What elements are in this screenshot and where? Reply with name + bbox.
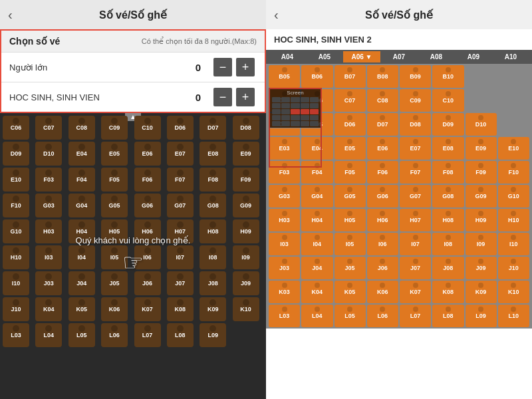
rseat-J04[interactable]: J04 (301, 257, 332, 279)
seat-F03[interactable]: F03 (35, 168, 62, 192)
adult-decrease-button[interactable]: − (213, 58, 232, 76)
student-increase-button[interactable]: + (236, 88, 255, 106)
rseat-D09[interactable]: D09 (432, 113, 464, 136)
rseat-G10[interactable]: G10 (498, 185, 529, 207)
rseat-G08[interactable]: G08 (432, 185, 464, 207)
rseat-K03[interactable]: K03 (269, 281, 300, 303)
seat-K09[interactable]: K09 (200, 297, 226, 321)
rseat-L08[interactable]: L08 (432, 305, 464, 327)
rseat-I06[interactable]: I06 (367, 233, 398, 255)
seat-K05[interactable]: K05 (68, 297, 95, 321)
rseat-H08[interactable]: H08 (432, 209, 464, 231)
rseat-I10[interactable]: I10 (498, 233, 529, 255)
seat-H09[interactable]: H09 (233, 219, 259, 243)
rseat-G03[interactable]: G03 (269, 185, 300, 207)
seat-H08[interactable]: H08 (200, 219, 226, 243)
rseat-J09[interactable]: J09 (466, 257, 497, 279)
rseat-I05[interactable]: I05 (334, 233, 366, 255)
seat-J07[interactable]: J07 (167, 271, 194, 295)
rseat-C10[interactable]: C10 (432, 89, 464, 112)
rseat-E03[interactable]: E03 (269, 137, 300, 160)
rseat-F03[interactable]: F03 (269, 161, 300, 184)
seat-G05[interactable]: G05 (101, 194, 128, 217)
seat-E07[interactable]: E07 (167, 142, 194, 166)
rseat-E06[interactable]: E06 (367, 137, 398, 160)
seat-G08[interactable]: G08 (200, 194, 226, 217)
seat-F06[interactable]: F06 (134, 168, 161, 192)
right-back-button[interactable]: ‹ (274, 7, 279, 23)
left-back-button[interactable]: ‹ (8, 7, 13, 23)
seat-K04[interactable]: K04 (35, 297, 62, 321)
seat-I09[interactable]: I09 (233, 245, 259, 269)
seat-L07[interactable]: L07 (134, 323, 161, 347)
rseat-L06[interactable]: L06 (367, 305, 398, 327)
rseat-E04[interactable]: E04 (301, 137, 332, 160)
seat-G04[interactable]: G04 (68, 194, 95, 217)
rseat-D10[interactable]: D10 (466, 113, 497, 136)
rseat-F04[interactable]: F04 (301, 161, 332, 184)
rseat-J08[interactable]: J08 (432, 257, 464, 279)
seat-F04[interactable]: F04 (68, 168, 95, 192)
seat-K10[interactable]: K10 (233, 297, 259, 321)
seat-J04[interactable]: J04 (68, 271, 95, 295)
rseat-J03[interactable]: J03 (269, 257, 300, 279)
rseat-D07[interactable]: D07 (367, 113, 398, 136)
seat-H03[interactable]: H03 (35, 219, 62, 243)
rseat-D06[interactable]: D06 (334, 113, 366, 136)
seat-K06[interactable]: K06 (101, 297, 128, 321)
rseat-H03[interactable]: H03 (269, 209, 300, 231)
rseat-D08[interactable]: D08 (400, 113, 431, 136)
seat-K08[interactable]: K08 (167, 297, 194, 321)
rseat-L03[interactable]: L03 (269, 305, 300, 327)
rseat-E10[interactable]: E10 (498, 137, 529, 160)
seat-C10[interactable]: C10 (134, 116, 161, 140)
seat-C08[interactable]: C08 (68, 116, 95, 140)
rseat-B06[interactable]: B06 (301, 65, 332, 88)
rseat-F05[interactable]: F05 (334, 161, 366, 184)
seat-L09[interactable]: L09 (200, 323, 226, 347)
seat-H04[interactable]: H04 (68, 219, 95, 243)
rseat-K04[interactable]: K04 (301, 281, 332, 303)
rseat-H09[interactable]: H09 (466, 209, 497, 231)
rseat-G06[interactable]: G06 (367, 185, 398, 207)
seat-I03[interactable]: I03 (35, 245, 62, 269)
rseat-B05[interactable]: B05 (269, 65, 300, 88)
seat-C07[interactable]: C07 (35, 116, 62, 140)
seat-L03[interactable]: L03 (3, 323, 29, 347)
rseat-J05[interactable]: J05 (334, 257, 366, 279)
rseat-F08[interactable]: F08 (432, 161, 464, 184)
seat-D06[interactable]: D06 (167, 116, 194, 140)
rseat-H04[interactable]: H04 (301, 209, 332, 231)
rseat-L10[interactable]: L10 (498, 305, 529, 327)
seat-L04[interactable]: L04 (35, 323, 62, 347)
rseat-B08[interactable]: B08 (367, 65, 398, 88)
seat-J03[interactable]: J03 (35, 271, 62, 295)
rseat-G04[interactable]: G04 (301, 185, 332, 207)
rseat-K10[interactable]: K10 (498, 281, 529, 303)
seat-H06[interactable]: H06 (134, 219, 161, 243)
seat-I10[interactable]: I10 (3, 271, 29, 295)
rseat-I09[interactable]: I09 (466, 233, 497, 255)
seat-J10[interactable]: J10 (3, 297, 29, 321)
rseat-H06[interactable]: H06 (367, 209, 398, 231)
seat-E04[interactable]: E04 (68, 142, 95, 166)
seat-H10[interactable]: H10 (3, 245, 29, 269)
rseat-H07[interactable]: H07 (400, 209, 431, 231)
adult-increase-button[interactable]: + (236, 58, 255, 76)
seat-E10[interactable]: E10 (3, 168, 29, 192)
rseat-G09[interactable]: G09 (466, 185, 497, 207)
rseat-B07[interactable]: B07 (334, 65, 366, 88)
seat-I08[interactable]: I08 (200, 245, 226, 269)
seat-E06[interactable]: E06 (134, 142, 161, 166)
seat-I04[interactable]: I04 (68, 245, 95, 269)
rseat-L07[interactable]: L07 (400, 305, 431, 327)
rseat-F10[interactable]: F10 (498, 161, 529, 184)
seat-I06[interactable]: I06 (134, 245, 161, 269)
seat-C06[interactable]: C06 (3, 116, 29, 140)
rseat-I04[interactable]: I04 (301, 233, 332, 255)
rseat-I07[interactable]: I07 (400, 233, 431, 255)
rseat-E09[interactable]: E09 (466, 137, 497, 160)
seat-G06[interactable]: G06 (134, 194, 161, 217)
rseat-B09[interactable]: B09 (400, 65, 431, 88)
rseat-J06[interactable]: J06 (367, 257, 398, 279)
